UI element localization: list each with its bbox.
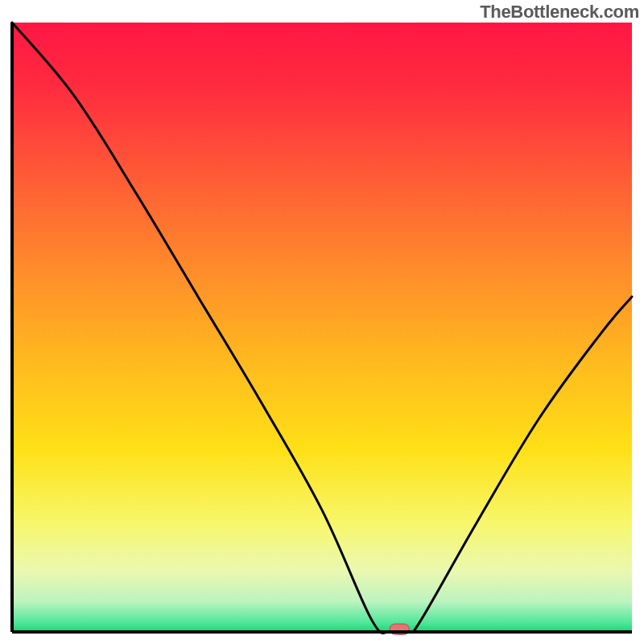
gradient-background: [12, 23, 632, 632]
bottleneck-chart: [0, 0, 644, 644]
chart-container: TheBottleneck.com: [0, 0, 644, 644]
watermark-text: TheBottleneck.com: [480, 2, 639, 23]
